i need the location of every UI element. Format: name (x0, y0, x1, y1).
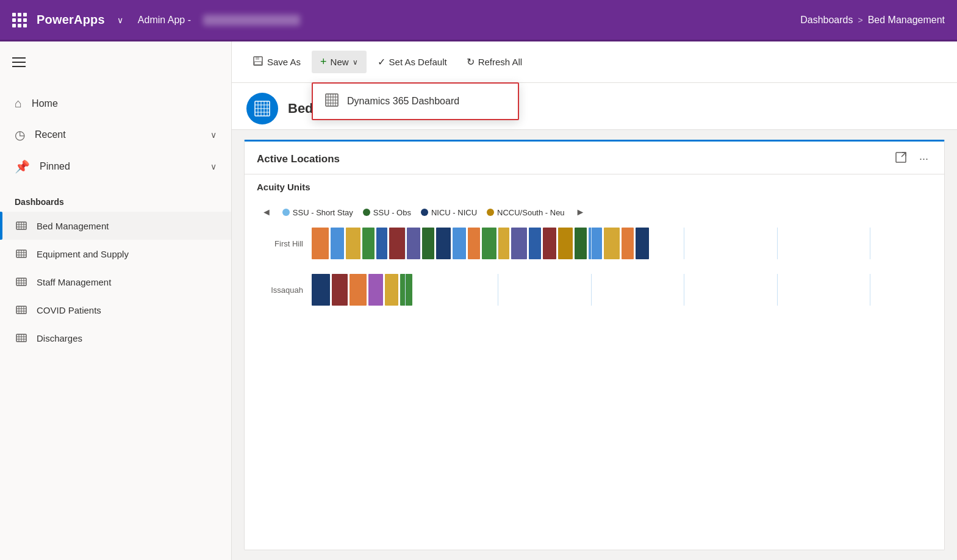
bar (407, 228, 420, 259)
chart-more-button[interactable]: ··· (916, 150, 932, 168)
bar (575, 228, 587, 259)
bar (312, 228, 329, 259)
dynamics-365-dashboard-option[interactable]: Dynamics 365 Dashboard (313, 84, 518, 119)
breadcrumb: Dashboards > Bed Management (800, 15, 945, 26)
dynamics-365-dashboard-label: Dynamics 365 Dashboard (347, 96, 459, 107)
sidebar-item-discharges[interactable]: Discharges (0, 324, 231, 352)
save-as-icon (253, 56, 263, 68)
dashboards-section-title: Dashboards (0, 187, 231, 212)
apps-menu-icon[interactable] (12, 13, 27, 27)
refresh-icon: ↻ (467, 56, 475, 68)
sidebar-item-home[interactable]: ⌂ Home (0, 88, 231, 119)
covid-patients-icon (15, 303, 28, 317)
sidebar-item-covid-patients-label: COVID Patients (37, 305, 101, 315)
bar (349, 274, 367, 306)
sidebar-item-staff-management[interactable]: Staff Management (0, 268, 231, 296)
legend-dot-ssu-short (282, 209, 290, 216)
bar (362, 228, 375, 259)
content-area: Save As + New ∨ (232, 41, 957, 560)
chart-bars-first-hill (312, 228, 932, 259)
recent-icon: ◷ (15, 127, 25, 142)
sidebar-item-pinned[interactable]: 📌 Pinned ∨ (0, 151, 231, 182)
bar (558, 228, 573, 259)
recent-expand-icon: ∨ (210, 130, 217, 140)
sidebar-item-home-label: Home (32, 98, 217, 109)
bar (453, 228, 466, 259)
chart-legend: ◄ SSU - Short Stay SSU - Obs NICU - NICU (245, 199, 944, 223)
new-label: New (331, 57, 349, 67)
sidebar-item-bed-management-label: Bed Management (37, 221, 109, 231)
bar (604, 228, 620, 259)
equipment-supply-icon (15, 247, 28, 260)
bed-management-icon (15, 219, 28, 232)
set-default-button[interactable]: ✓ Set As Default (369, 51, 456, 73)
sidebar-item-covid-patients[interactable]: COVID Patients (0, 296, 231, 324)
dynamics-dashboard-icon (325, 93, 339, 109)
new-chevron-icon: ∨ (353, 58, 358, 66)
svg-line-50 (901, 153, 906, 157)
brand-chevron[interactable]: ∨ (117, 15, 123, 25)
new-dropdown-menu: Dynamics 365 Dashboard (312, 82, 519, 120)
chart-title: Active Locations (257, 153, 340, 165)
refresh-all-label: Refresh All (478, 57, 523, 67)
brand-name[interactable]: PowerApps (37, 13, 105, 27)
sidebar-item-recent[interactable]: ◷ Recent ∨ (0, 119, 231, 151)
bar (498, 228, 509, 259)
bar (400, 274, 412, 306)
chart-header: Active Locations ··· (245, 142, 944, 174)
svg-rect-32 (254, 62, 262, 65)
legend-label-nccu: NCCU/South - Neu (497, 208, 565, 217)
sidebar-item-pinned-label: Pinned (40, 161, 201, 172)
legend-item-ssu-short: SSU - Short Stay (282, 208, 353, 217)
main-layout: ⌂ Home ◷ Recent ∨ 📌 Pinned ∨ Dashboards (0, 41, 957, 560)
app-name-blurred: ██████████████ (203, 15, 300, 26)
legend-label-ssu-short: SSU - Short Stay (293, 208, 353, 217)
refresh-all-button[interactable]: ↻ Refresh All (458, 51, 531, 73)
legend-dot-ssu-obs (363, 209, 370, 216)
new-plus-icon: + (320, 56, 327, 68)
legend-item-nccu: NCCU/South - Neu (487, 208, 565, 217)
bar (468, 228, 480, 259)
hamburger-icon[interactable] (12, 57, 26, 67)
bar (312, 274, 330, 306)
discharges-icon (15, 331, 28, 345)
bar-chart-area: First Hill (245, 223, 944, 306)
breadcrumb-chevron: > (858, 15, 863, 25)
save-as-label: Save As (267, 57, 301, 67)
chart-row-first-hill: First Hill (257, 228, 932, 259)
bar (368, 274, 383, 306)
svg-rect-31 (256, 57, 259, 60)
sidebar-item-recent-label: Recent (35, 129, 201, 140)
checkmark-icon: ✓ (378, 56, 385, 68)
chart-row-issaquah: Issaquah (257, 274, 932, 306)
legend-next-button[interactable]: ► (571, 204, 590, 220)
legend-item-nicu: NICU - NICU (421, 208, 477, 217)
save-as-button[interactable]: Save As (244, 51, 309, 73)
page-avatar (246, 93, 278, 124)
new-dropdown-container: + New ∨ (312, 51, 367, 73)
chart-expand-button[interactable] (891, 150, 911, 168)
sidebar-item-equipment-supply-label: Equipment and Supply (37, 249, 129, 259)
sidebar-item-equipment-supply[interactable]: Equipment and Supply (0, 240, 231, 268)
legend-dot-nicu (421, 209, 428, 216)
bar (436, 228, 451, 259)
legend-item-ssu-obs: SSU - Obs (363, 208, 411, 217)
legend-dot-nccu (487, 209, 494, 216)
pinned-expand-icon: ∨ (210, 162, 217, 171)
home-icon: ⌂ (15, 96, 22, 110)
pinned-icon: 📌 (15, 159, 30, 174)
legend-prev-button[interactable]: ◄ (257, 204, 276, 220)
legend-label-ssu-obs: SSU - Obs (373, 208, 411, 217)
sidebar-item-bed-management[interactable]: Bed Management (0, 212, 231, 240)
chart-bars-issaquah (312, 274, 932, 306)
chart-subtitle: Acuity Units (257, 182, 310, 192)
bar (529, 228, 541, 259)
toolbar: Save As + New ∨ (232, 41, 957, 83)
bar (385, 274, 398, 306)
sidebar: ⌂ Home ◷ Recent ∨ 📌 Pinned ∨ Dashboards (0, 41, 232, 560)
breadcrumb-section[interactable]: Dashboards (800, 15, 853, 26)
new-button[interactable]: + New ∨ (312, 51, 367, 73)
breadcrumb-page[interactable]: Bed Management (868, 15, 945, 26)
chart-subheader: Acuity Units (245, 174, 944, 199)
bar (482, 228, 496, 259)
